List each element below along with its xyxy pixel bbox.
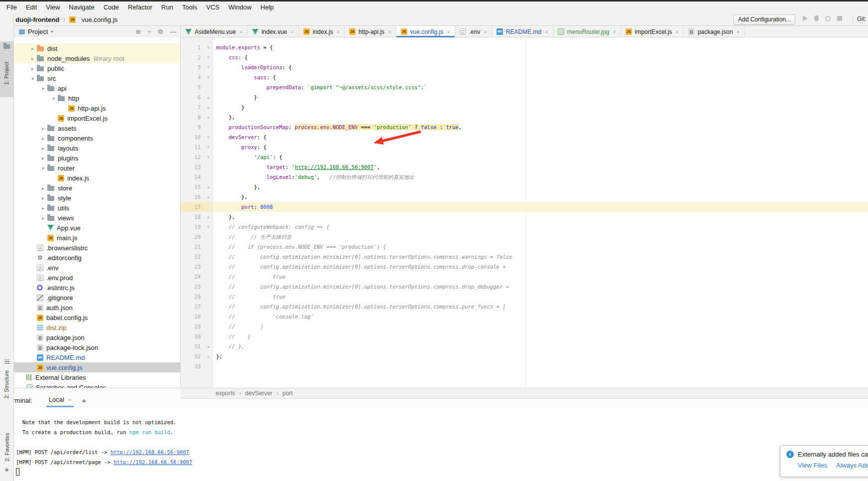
fold-marker-icon[interactable]: ▿ xyxy=(205,145,212,150)
tree-expand-icon[interactable]: ▸ xyxy=(39,215,47,221)
tree-item-utils[interactable]: ▸utils xyxy=(14,203,180,213)
fold-marker-icon[interactable]: ▵ xyxy=(205,354,212,359)
menu-help[interactable]: Help xyxy=(256,1,278,13)
fold-marker-icon[interactable]: ▵ xyxy=(205,95,212,100)
tree-item-main.js[interactable]: JSmain.js xyxy=(14,233,180,243)
tree-item-components[interactable]: ▸components xyxy=(14,133,180,143)
close-icon[interactable]: × xyxy=(613,29,616,35)
code-line-30[interactable]: // } xyxy=(213,331,868,341)
fold-marker-icon[interactable]: ▵ xyxy=(205,344,212,349)
menu-tools[interactable]: Tools xyxy=(178,1,202,13)
run-icon[interactable] xyxy=(803,15,808,21)
code-line-1[interactable]: module.exports = { xyxy=(213,42,868,52)
editor-tab-menuRouter.jpg[interactable]: menuRouter.jpg× xyxy=(553,26,621,37)
add-configuration-button[interactable]: Add Configuration... xyxy=(734,14,795,25)
fold-marker-icon[interactable]: ▵ xyxy=(205,105,212,110)
menu-run[interactable]: Run xyxy=(157,1,178,13)
code-line-20[interactable]: // // 生产去除日志 xyxy=(213,232,868,242)
tree-expand-icon[interactable]: ▾ xyxy=(28,76,37,81)
editor-tab-index.vue[interactable]: index.vue× xyxy=(248,26,299,37)
locate-file-icon[interactable]: ⊕ xyxy=(135,28,141,35)
code-line-7[interactable]: } xyxy=(213,102,868,112)
menu-edit[interactable]: Edit xyxy=(21,1,41,13)
menu-window[interactable]: Window xyxy=(224,1,256,13)
tree-expand-icon[interactable]: ▾ xyxy=(49,96,58,101)
editor-tab-README.md[interactable]: MDREADME.md× xyxy=(492,26,553,37)
tree-expand-icon[interactable]: ▸ xyxy=(28,56,37,61)
terminal-tab-local[interactable]: Local × xyxy=(46,396,74,407)
editor-tab-index.js[interactable]: JSindex.js× xyxy=(299,26,345,37)
new-terminal-icon[interactable]: + xyxy=(82,396,86,407)
editor-tab-http-api.js[interactable]: JShttp-api.js× xyxy=(345,26,396,37)
fold-marker-icon[interactable]: ▿ xyxy=(205,45,212,50)
editor-breadcrumb-port[interactable]: port xyxy=(282,390,293,397)
tree-expand-icon[interactable]: ▸ xyxy=(28,66,37,71)
terminal-link[interactable]: http://192.168.66.56:9007 xyxy=(111,449,189,455)
code-line-11[interactable]: proxy: { xyxy=(213,142,868,152)
menu-refactor[interactable]: Refactor xyxy=(124,1,157,13)
chevron-down-icon[interactable]: ▾ xyxy=(51,29,53,34)
tree-item-api[interactable]: ▾api xyxy=(14,83,180,93)
tree-expand-icon[interactable]: ▸ xyxy=(39,126,47,131)
menu-code[interactable]: Code xyxy=(99,1,124,13)
fold-marker-icon[interactable]: ▿ xyxy=(205,55,212,60)
tree-item-router[interactable]: ▾router xyxy=(14,163,180,173)
tree-item-babel.config.js[interactable]: JSbabel.config.js xyxy=(14,313,180,322)
fold-marker-icon[interactable]: ▿ xyxy=(205,135,212,140)
tree-item-node_modules[interactable]: ▸node_moduleslibrary root xyxy=(14,53,180,63)
git-label[interactable]: Git: xyxy=(857,15,867,22)
tree-expand-icon[interactable]: ▸ xyxy=(39,205,47,211)
tree-item-public[interactable]: ▸public xyxy=(14,63,180,73)
tree-expand-icon[interactable]: ▾ xyxy=(39,165,47,171)
editor-tab-importExcel.js[interactable]: JSimportExcel.js× xyxy=(621,26,684,37)
collapse-all-icon[interactable]: ÷ xyxy=(147,28,151,35)
debug-icon[interactable] xyxy=(814,15,819,21)
fold-marker-icon[interactable]: ▿ xyxy=(205,65,212,70)
tree-item-index.js[interactable]: JSindex.js xyxy=(14,173,180,183)
code-line-3[interactable]: loaderOptions: { xyxy=(213,62,868,72)
code-line-4[interactable]: sass: { xyxy=(213,72,868,82)
tree-item-auth.json[interactable]: {}auth.json xyxy=(14,303,180,313)
code-line-29[interactable]: // ] xyxy=(213,321,868,331)
tree-expand-icon[interactable]: ▸ xyxy=(39,136,47,141)
code-line-28[interactable]: // 'console.log' xyxy=(213,312,868,321)
hide-panel-icon[interactable]: — xyxy=(170,28,176,35)
close-icon[interactable]: × xyxy=(484,29,487,35)
tree-expand-icon[interactable]: ▸ xyxy=(39,156,47,161)
tree-item-External Libraries[interactable]: External Libraries xyxy=(14,372,180,382)
tree-expand-icon[interactable]: ▸ xyxy=(39,146,47,151)
code-line-32[interactable]: }; xyxy=(213,351,868,361)
breadcrumb-project[interactable]: duoji-frontend xyxy=(15,16,59,23)
stripe-button-structure[interactable]: 2: Structure xyxy=(0,358,13,404)
fold-marker-icon[interactable]: ▵ xyxy=(205,115,212,120)
code-line-25[interactable]: // config.optimization.minimizer[0].opti… xyxy=(213,282,868,292)
code-line-5[interactable]: prependData: `@import "~@/assets/scss/st… xyxy=(213,82,868,92)
tree-expand-icon[interactable]: ▸ xyxy=(39,185,47,191)
menu-file[interactable]: File xyxy=(2,1,21,13)
code-line-31[interactable]: // }, xyxy=(213,341,868,351)
tree-item-README.md[interactable]: MDREADME.md xyxy=(14,352,180,362)
fold-marker-icon[interactable]: ▿ xyxy=(205,155,212,160)
tree-item-style[interactable]: ▸style xyxy=(14,193,180,203)
tree-item-src[interactable]: ▾src xyxy=(14,73,180,83)
tree-item-.browserslistrc[interactable]: .browserslistrc xyxy=(14,243,180,253)
fold-marker-icon[interactable]: ▿ xyxy=(205,224,212,229)
tree-item-dist.zip[interactable]: dist.zip xyxy=(14,322,180,332)
close-icon[interactable]: × xyxy=(737,29,740,35)
tree-item-.gitignore[interactable]: .gitignore xyxy=(14,293,180,303)
tree-expand-icon[interactable]: ▸ xyxy=(28,46,37,51)
tree-item-importExcel.js[interactable]: JSimportExcel.js xyxy=(14,113,180,123)
editor-breadcrumb-devServer[interactable]: devServer xyxy=(245,390,272,397)
tree-item-App.vue[interactable]: App.vue xyxy=(14,223,180,233)
code-line-24[interactable]: // true xyxy=(213,272,868,282)
tree-item-assets[interactable]: ▸assets xyxy=(14,123,180,133)
code-line-8[interactable]: }, xyxy=(213,112,868,122)
code-line-2[interactable]: css: { xyxy=(213,52,868,62)
tree-item-.eslintrc.js[interactable]: .eslintrc.js xyxy=(14,283,180,293)
code-line-15[interactable]: }, xyxy=(213,182,868,192)
tree-item-http[interactable]: ▾http xyxy=(14,93,180,103)
code-line-27[interactable]: // config.optimization.minimizer[0].opti… xyxy=(213,302,868,312)
tree-item-views[interactable]: ▸views xyxy=(14,213,180,223)
close-icon[interactable]: × xyxy=(675,29,678,35)
tree-item-vue.config.js[interactable]: JSvue.config.js xyxy=(14,362,180,372)
